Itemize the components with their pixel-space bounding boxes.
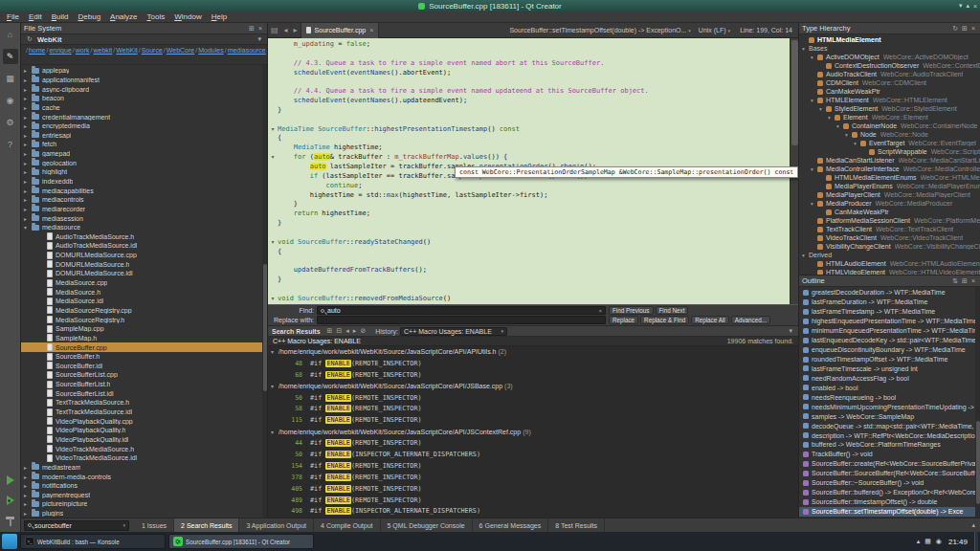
- outline-needrandomaccessflag-bool[interactable]: needRandomAccessFlag -> bool: [799, 373, 980, 383]
- outline-lastenqueueddecodekey-std-pair-wtf-mediatime-wtf[interactable]: lastEnqueuedDecodeKey -> std::pair<WTF::…: [799, 336, 980, 345]
- close-tab-icon[interactable]: ×: [369, 27, 373, 33]
- expand-all-icon[interactable]: ⊞: [325, 327, 335, 335]
- outline-buffered-webcore-platformtimeranges[interactable]: buffered -> WebCore::PlatformTimeRanges: [799, 440, 980, 450]
- tree-item-applepay[interactable]: ▸applepay: [21, 66, 267, 76]
- outline-roundedtimestampoffset-wtf-mediatime[interactable]: roundedTimestampOffset -> WTF::MediaTime: [799, 355, 980, 364]
- window-titlebar[interactable]: SourceBuffer.cpp [183611] - Qt Creator ▾…: [0, 0, 980, 11]
- code-line[interactable]: {: [268, 134, 790, 143]
- collapse-arrow-icon[interactable]: ▾: [836, 123, 843, 129]
- code-line[interactable]: }: [268, 106, 790, 116]
- clock[interactable]: 21:49: [948, 538, 971, 546]
- type-scriptwrappable[interactable]: ScriptWrappableWebCore::ScriptWrappable: [799, 147, 980, 156]
- tree-item-fetch[interactable]: ▸fetch: [21, 140, 267, 149]
- type-htmlelement[interactable]: ▾HTMLElementWebCore::HTMLElement: [799, 96, 980, 104]
- collapse-arrow-icon[interactable]: ▾: [811, 55, 817, 60]
- expand-arrow-icon[interactable]: ▸: [24, 464, 32, 471]
- outline-minimumenqueuedpresentationtime-wtf-mediatime[interactable]: minimumEnqueuedPresentationTime -> WTF::…: [799, 326, 980, 336]
- collapse-arrow-icon[interactable]: ▾: [271, 429, 278, 435]
- replace-input[interactable]: [317, 316, 606, 324]
- breadcrumb-webcore[interactable]: WebCore: [167, 47, 194, 54]
- type-styledelement[interactable]: ▾StyledElementWebCore::StyledElement: [799, 104, 980, 113]
- outline-scrollbar[interactable]: [975, 287, 980, 518]
- code-line[interactable]: return highestTime;: [268, 209, 790, 219]
- outline-trackbuffer-void[interactable]: TrackBuffer() -> void: [799, 450, 980, 459]
- tree-item-sourcebufferlist-h[interactable]: SourceBufferList.h: [21, 380, 267, 389]
- menu-analyze[interactable]: Analyze: [105, 12, 142, 21]
- code-line[interactable]: [268, 116, 790, 125]
- expand-arrow-icon[interactable]: ▸: [24, 168, 32, 175]
- result-match-row[interactable]: 498#if ENABLE(INSPECTOR_ALTERNATE_DISPAT…: [268, 505, 798, 517]
- output-pane-4-compile-output[interactable]: 4 Compile Output: [314, 518, 380, 533]
- outline-lastframeduration-wtf-mediatime[interactable]: lastFrameDuration -> WTF::MediaTime: [799, 298, 980, 307]
- code-line[interactable]: scheduleEvent(eventNames().updateendEven…: [268, 97, 790, 106]
- breadcrumb-mediasource[interactable]: mediasource: [228, 47, 266, 54]
- tree-item-sourcebuffer-cpp[interactable]: SourceBuffer.cpp: [21, 342, 267, 352]
- tab-sourcebuffer-cpp[interactable]: SourceBuffer.cpp ×: [301, 23, 380, 38]
- tree-item-mediasource-idl[interactable]: MediaSource.idl: [21, 297, 267, 306]
- maximize-output-pane-icon[interactable]: ▴: [971, 521, 980, 529]
- code-line[interactable]: m_updating = false;: [268, 40, 790, 50]
- tree-item-gamepad[interactable]: ▸gamepad: [21, 149, 267, 159]
- outline-samples-webcore-samplemap[interactable]: samples -> WebCore::SampleMap: [799, 411, 980, 421]
- result-file-row[interactable]: ▾/home/enrique/work/webkit/WebKit/Source…: [268, 381, 798, 392]
- expand-arrow-icon[interactable]: ▸: [24, 122, 32, 129]
- close-panel-icon[interactable]: ×: [969, 25, 977, 32]
- code-line[interactable]: // 4.3. Queue a task to fire a simple ev…: [268, 59, 790, 69]
- collapse-arrow-icon[interactable]: ▾: [802, 253, 809, 258]
- mode-welcome-icon[interactable]: ⌂: [3, 27, 18, 42]
- scrollbar-thumb[interactable]: [976, 421, 980, 504]
- tree-item-cache[interactable]: ▸cache: [21, 103, 267, 113]
- expand-arrow-icon[interactable]: ▸: [24, 178, 32, 185]
- tree-item-notifications[interactable]: ▸notifications: [21, 481, 267, 491]
- outline-needsminimumupcomingpresentationtimeupdating-boo[interactable]: needsMinimumUpcomingPresentationTimeUpda…: [799, 402, 980, 411]
- collapse-arrow-icon[interactable]: ▾: [845, 132, 852, 138]
- find-next-button[interactable]: Find Next: [656, 306, 689, 315]
- type-node[interactable]: ▾NodeWebCore::Node: [799, 130, 980, 139]
- tree-item-samplemap-h[interactable]: SampleMap.h: [21, 334, 267, 343]
- tree-item-highlight[interactable]: ▸highlight: [21, 167, 267, 177]
- previous-icon[interactable]: ◂: [344, 327, 351, 335]
- symbol-selector-dropdown[interactable]: SourceBuffer::setTimestampOffset(double)…: [505, 27, 694, 33]
- menu-debug[interactable]: Debug: [74, 12, 106, 21]
- tray-icon-1[interactable]: ▦: [924, 538, 931, 545]
- tree-item-texttrackmediasource-h[interactable]: TextTrackMediaSource.h: [21, 398, 267, 408]
- minimize-button[interactable]: ▾: [959, 2, 963, 10]
- code-line[interactable]: [268, 50, 790, 59]
- result-match-row[interactable]: 154#if ENABLE(REMOTE_INSPECTOR): [268, 460, 798, 472]
- breadcrumb-webkit[interactable]: WebKit: [116, 47, 137, 54]
- output-pane-1-issues[interactable]: 1 Issues: [135, 518, 174, 533]
- type-activedomobject[interactable]: ▾ActiveDOMObjectWebCore::ActiveDOMObject: [799, 53, 980, 61]
- type-bases[interactable]: ▾Bases: [799, 44, 980, 53]
- result-match-row[interactable]: 68#if ENABLE(REMOTE_INSPECTOR): [268, 369, 798, 381]
- find-previous-button[interactable]: Find Previous: [609, 306, 654, 315]
- expand-arrow-icon[interactable]: ▸: [24, 500, 32, 507]
- split-panel-icon[interactable]: ⊞: [960, 277, 969, 285]
- tree-item-beacon[interactable]: ▸beacon: [21, 94, 267, 103]
- tree-item-sourcebuffer-h[interactable]: SourceBuffer.h: [21, 352, 267, 362]
- collapse-arrow-icon[interactable]: ▾: [811, 201, 817, 207]
- menu-edit[interactable]: Edit: [24, 12, 47, 21]
- code-line[interactable]: }: [268, 276, 790, 285]
- tree-item-mediastream[interactable]: ▸mediastream: [21, 463, 267, 473]
- locator-input[interactable]: sourcebuffer ▾: [24, 520, 129, 531]
- type-canmakeweakptr[interactable]: CanMakeWeakPtr: [799, 87, 980, 96]
- next-icon[interactable]: ▸: [351, 327, 359, 335]
- code-line[interactable]: }: [268, 219, 790, 229]
- breadcrumb-work[interactable]: work: [76, 47, 90, 54]
- app-launcher-icon[interactable]: [2, 534, 17, 549]
- output-pane-8-test-results[interactable]: 8 Test Results: [548, 518, 605, 533]
- tree-item-mediasource[interactable]: ▾mediasource: [21, 223, 267, 232]
- collapse-all-icon[interactable]: ⊟: [334, 327, 344, 335]
- code-line[interactable]: [268, 77, 790, 87]
- collapse-arrow-icon[interactable]: ▾: [811, 98, 817, 103]
- root-directory-selector[interactable]: WebKit: [37, 35, 62, 44]
- code-line[interactable]: // 4.4. Queue a task to fire a simple ev…: [268, 87, 790, 97]
- outline-enabled-bool[interactable]: enabled -> bool: [799, 383, 980, 392]
- type-cdmclient[interactable]: CDMClientWebCore::CDMClient: [799, 78, 980, 87]
- code-line[interactable]: [268, 256, 790, 266]
- expand-arrow-icon[interactable]: ▸: [24, 77, 32, 83]
- code-line[interactable]: scheduleEvent(eventNames().abortEvent);: [268, 69, 790, 78]
- outline-sourcebuffer-timestampoffset-double[interactable]: SourceBuffer::timestampOffset() -> doubl…: [799, 497, 980, 507]
- breadcrumb-source[interactable]: Source: [142, 47, 163, 54]
- type-videotrackclient[interactable]: VideoTrackClientWebCore::VideoTrackClien…: [799, 233, 980, 242]
